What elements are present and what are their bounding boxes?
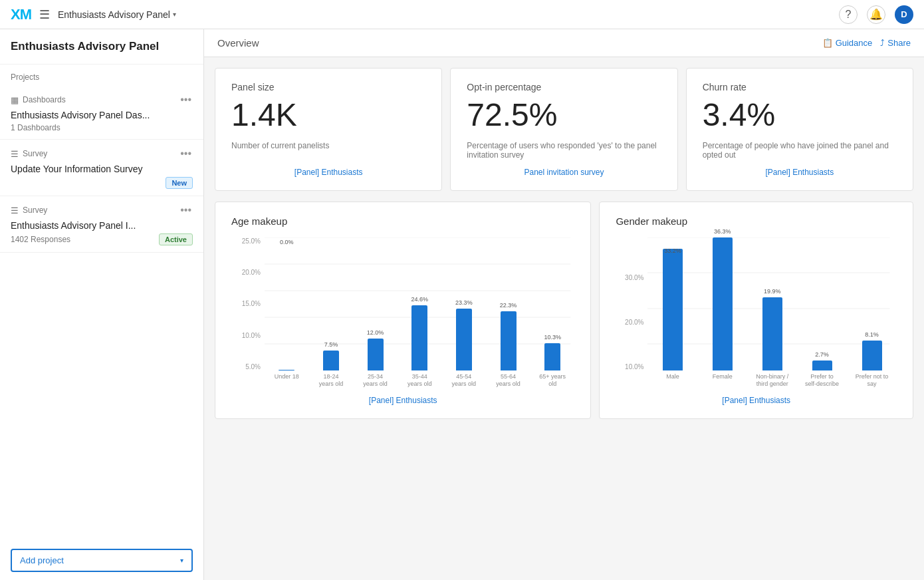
gender-bar-male-bar xyxy=(663,249,683,370)
gender-chart-card: Gender makeup 30.0% 20.0% 10.0% xyxy=(599,202,913,419)
gender-x-prefer-not: Prefer not tosay xyxy=(847,373,897,388)
age-x-1824: 18-24years old xyxy=(309,373,354,388)
nav-title-chevron-icon: ▾ xyxy=(173,11,176,18)
age-chart-title: Age makeup xyxy=(231,216,574,227)
sidebar-item-type-dashboards: ▦ Dashboards xyxy=(11,95,66,105)
gender-bar-self-describe: 2.7% xyxy=(797,237,847,370)
metric-value-panel-size: 1.4K xyxy=(231,98,425,133)
gender-chart-link[interactable]: [Panel] Enthusiasts xyxy=(616,396,897,405)
gender-y-30: 30.0% xyxy=(616,274,646,281)
metric-link-panel-size[interactable]: [Panel] Enthusiasts xyxy=(231,168,425,177)
guidance-icon: 📋 xyxy=(822,38,833,48)
age-bar-1824: 7.5% xyxy=(309,237,354,370)
gender-bar-prefer-not: 8.1% xyxy=(847,237,897,370)
sidebar-item-type-panel: ☰ Survey xyxy=(11,206,47,216)
age-chart-link[interactable]: [Panel] Enthusiasts xyxy=(231,396,574,405)
age-bar-65plus-bar xyxy=(544,343,560,370)
age-bar-5564-pct: 22.3% xyxy=(500,302,517,309)
gender-x-female: Female xyxy=(697,373,747,388)
metric-link-churn[interactable]: [Panel] Enthusiasts xyxy=(703,168,897,177)
age-y-25: 25.0% xyxy=(231,237,263,245)
share-icon: ⤴ xyxy=(880,38,885,48)
age-bar-3544-pct: 24.6% xyxy=(411,296,428,303)
sidebar-item-meta-panel: 1402 Responses Active xyxy=(11,233,193,245)
share-button[interactable]: ⤴ Share xyxy=(880,38,911,48)
survey-icon-2: ☰ xyxy=(11,206,19,216)
sidebar-item-dots-update[interactable]: ••• xyxy=(179,146,193,161)
gender-bar-nonbinary: 19.9% xyxy=(747,237,797,370)
gender-bars-container: 33.2% 36.3% 19.9% xyxy=(647,237,897,370)
content-area: Overview 📋 Guidance ⤴ Share Panel size 1… xyxy=(204,29,924,580)
age-bar-2534-bar xyxy=(368,339,384,370)
sidebar-item-count-dashboards: 1 Dashboards xyxy=(11,123,60,132)
age-y-10: 10.0% xyxy=(231,332,263,339)
sidebar-item-name-panel: Enthusiasts Advisory Panel I... xyxy=(11,220,193,231)
gender-chart-title: Gender makeup xyxy=(616,216,897,227)
sidebar-item-update-survey[interactable]: ☰ Survey ••• Update Your Information Sur… xyxy=(0,140,203,196)
gender-bar-male: 33.2% xyxy=(647,237,697,370)
sidebar-item-dashboards[interactable]: ▦ Dashboards ••• Enthusiasts Advisory Pa… xyxy=(0,86,203,140)
sidebar-item-name-update: Update Your Information Survey xyxy=(11,164,193,174)
age-x-3544: 35-44years old xyxy=(398,373,442,388)
notifications-button[interactable]: 🔔 xyxy=(867,5,885,24)
sidebar-item-meta-update: New xyxy=(11,177,193,189)
sidebar-item-meta-dashboards: 1 Dashboards xyxy=(11,123,193,132)
metric-desc-churn: Percentage of people who have joined the… xyxy=(703,141,897,160)
user-avatar[interactable]: D xyxy=(895,5,913,24)
sidebar-item-name-dashboards: Enthusiasts Advisory Panel Das... xyxy=(11,110,193,120)
gender-bar-female-bar xyxy=(713,237,733,370)
gender-bar-male-pct: 33.2% xyxy=(664,247,681,254)
gender-bar-nonbinary-bar xyxy=(762,297,782,370)
sidebar-item-header-dashboards: ▦ Dashboards ••• xyxy=(11,92,193,107)
gender-chart-area: 30.0% 20.0% 10.0% 33.2% 36.3% xyxy=(616,237,897,390)
gender-x-axis: Male Female Non-binary /third gender Pre… xyxy=(647,373,897,388)
age-bar-65plus-pct: 10.3% xyxy=(544,334,561,341)
gender-y-10: 10.0% xyxy=(616,363,646,370)
age-bar-4554: 23.3% xyxy=(442,237,487,370)
sidebar-item-dots-panel[interactable]: ••• xyxy=(179,203,193,218)
metric-link-opt-in[interactable]: Panel invitation survey xyxy=(467,168,661,177)
survey-icon-1: ☰ xyxy=(11,149,19,159)
age-x-5564: 55-64years old xyxy=(486,373,530,388)
metric-desc-opt-in: Percentage of users who responded 'yes' … xyxy=(467,141,661,160)
nav-right-area: ? 🔔 D xyxy=(839,5,913,24)
age-x-under18: Under 18 xyxy=(265,373,309,388)
age-bar-3544-bar xyxy=(411,305,427,370)
age-bar-5564: 22.3% xyxy=(486,237,530,370)
age-x-2534: 25-34years old xyxy=(353,373,398,388)
xm-logo: XM xyxy=(11,6,31,23)
gender-bar-self-describe-bar xyxy=(812,361,832,370)
gender-y-axis: 30.0% 20.0% 10.0% xyxy=(616,237,646,370)
gender-x-nonbinary: Non-binary /third gender xyxy=(747,373,797,388)
metric-desc-panel-size: Number of current panelists xyxy=(231,141,425,160)
gender-bar-prefer-not-pct: 8.1% xyxy=(865,331,879,338)
add-project-chevron-icon: ▾ xyxy=(180,557,183,564)
metric-title-opt-in: Opt-in percentage xyxy=(467,82,661,92)
hamburger-menu[interactable]: ☰ xyxy=(39,7,50,22)
age-y-15: 15.0% xyxy=(231,300,263,307)
age-bar-65plus: 10.3% xyxy=(530,237,575,370)
age-bar-5564-bar xyxy=(501,311,517,370)
guidance-button[interactable]: 📋 Guidance xyxy=(822,38,873,48)
age-y-20: 20.0% xyxy=(231,269,263,276)
age-bar-1824-bar xyxy=(323,351,339,370)
sidebar-item-panel-survey[interactable]: ☰ Survey ••• Enthusiasts Advisory Panel … xyxy=(0,196,203,253)
age-chart-area: 25.0% 20.0% 15.0% 10.0% 5.0% 0.0% xyxy=(231,237,574,390)
content-header-actions: 📋 Guidance ⤴ Share xyxy=(822,38,911,48)
age-bar-2534: 12.0% xyxy=(353,237,398,370)
age-bar-2534-pct: 12.0% xyxy=(367,329,384,336)
sidebar-item-header-panel: ☰ Survey ••• xyxy=(11,203,193,218)
help-button[interactable]: ? xyxy=(839,5,858,24)
sidebar-item-dots-dashboards[interactable]: ••• xyxy=(179,92,193,107)
age-chart-card: Age makeup 25.0% 20.0% xyxy=(215,202,591,419)
age-x-axis: Under 18 18-24years old 25-34years old 3… xyxy=(265,373,574,388)
age-bar-under18-bar xyxy=(279,370,294,370)
metric-card-panel-size: Panel size 1.4K Number of current paneli… xyxy=(215,68,442,191)
sidebar-item-type-update: ☰ Survey xyxy=(11,149,47,159)
gender-bar-female: 36.3% xyxy=(697,237,747,370)
sidebar-item-header-update: ☰ Survey ••• xyxy=(11,146,193,161)
age-bars-container: 0.0% 7.5% 12.0% xyxy=(265,237,574,370)
gender-x-self-describe: Prefer toself-describe xyxy=(797,373,847,388)
nav-panel-title[interactable]: Enthusiasts Advisory Panel ▾ xyxy=(58,9,176,20)
add-project-button[interactable]: Add project ▾ xyxy=(11,549,193,572)
